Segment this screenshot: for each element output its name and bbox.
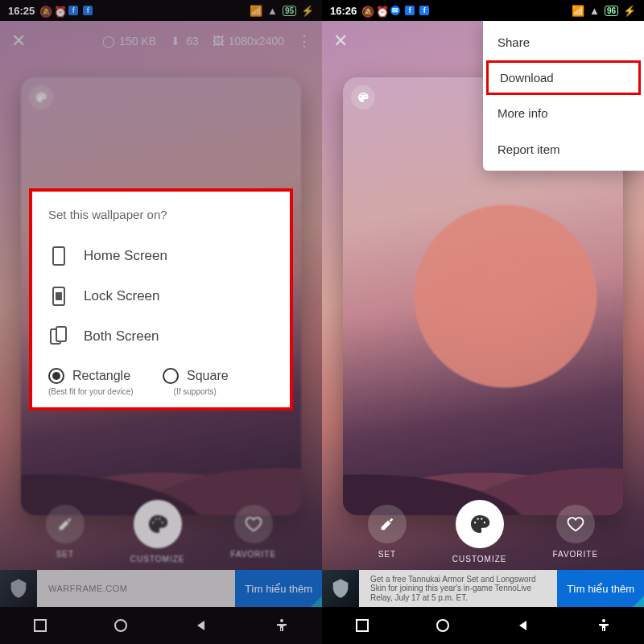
option-label: Home Screen: [84, 248, 167, 264]
lock-screen-icon: [50, 286, 68, 307]
nav-home-icon[interactable]: [434, 617, 452, 634]
set-button[interactable]: SET: [368, 505, 407, 559]
option-both-screen[interactable]: Both Screen: [48, 316, 274, 357]
android-navbar: [322, 607, 644, 644]
favorite-label: FAVORITE: [552, 550, 598, 559]
option-lock-screen[interactable]: Lock Screen: [48, 276, 274, 316]
customize-label: CUSTOMIZE: [452, 555, 507, 564]
svg-rect-5: [56, 293, 61, 299]
status-time: 16:26: [330, 5, 357, 17]
option-label: Lock Screen: [84, 288, 160, 304]
dnd-icon: 🔕: [361, 6, 371, 15]
hint-square: (If supports): [174, 387, 217, 396]
shape-square[interactable]: Square: [163, 368, 229, 384]
menu-item-download[interactable]: Download: [486, 60, 641, 95]
charging-icon: ⚡: [623, 5, 636, 17]
ad-banner[interactable]: Get a free Tannukai Armor Set and Longsw…: [322, 570, 644, 607]
svg-rect-8: [357, 620, 368, 631]
left-screenshot: 16:25 🔕 ⏰ f f 📶 ▲ 95 ⚡ ✕ ◯ 150 KB: [0, 0, 322, 644]
both-screen-icon: [50, 326, 68, 347]
hint-rectangle: (Best fit for your device): [48, 387, 134, 396]
highlight-box: Set this wallpaper on? Home Screen Lock …: [29, 188, 293, 411]
status-bar: 16:26 🔕 ⏰ ✉ f f 📶 ▲ 96 ⚡: [322, 0, 644, 21]
dialog-title: Set this wallpaper on?: [48, 208, 274, 221]
adchoices-icon[interactable]: [633, 596, 644, 607]
favorite-button[interactable]: FAVORITE: [552, 505, 598, 559]
battery-indicator: 96: [605, 6, 618, 16]
signal-icon: 📶: [572, 5, 584, 17]
menu-item-report[interactable]: Report item: [483, 131, 644, 167]
menu-item-more-info[interactable]: More info: [483, 95, 644, 131]
right-screenshot: 16:26 🔕 ⏰ ✉ f f 📶 ▲ 96 ⚡ ✕ ◯ 150 KB: [322, 0, 644, 644]
svg-rect-3: [53, 247, 64, 265]
customize-button[interactable]: CUSTOMIZE: [452, 500, 507, 564]
option-home-screen[interactable]: Home Screen: [48, 236, 274, 276]
bottom-actions: SET CUSTOMIZE FAVORITE: [322, 500, 644, 564]
radio-selected-icon: [48, 368, 64, 384]
overflow-menu: Share Download More info Report item: [483, 21, 644, 171]
svg-rect-7: [56, 327, 66, 341]
svg-point-9: [437, 620, 448, 631]
ad-logo-icon: [322, 570, 359, 607]
shape-label: Rectangle: [72, 369, 130, 383]
menu-item-share[interactable]: Share: [483, 24, 644, 60]
ad-cta-button[interactable]: Tìm hiểu thêm: [557, 570, 644, 607]
shape-rectangle[interactable]: Rectangle: [48, 368, 130, 384]
facebook-icon: f: [419, 6, 429, 15]
nav-back-icon[interactable]: [514, 617, 532, 634]
svg-point-10: [602, 619, 605, 622]
nav-accessibility-icon[interactable]: [595, 617, 613, 634]
alarm-icon: ⏰: [376, 6, 386, 15]
facebook-icon: f: [405, 6, 415, 15]
option-label: Both Screen: [84, 328, 159, 345]
messenger-icon: ✉: [390, 6, 400, 15]
set-label: SET: [378, 550, 396, 559]
shape-label: Square: [187, 369, 229, 383]
home-screen-icon: [50, 246, 68, 266]
close-icon[interactable]: ✕: [333, 31, 348, 52]
set-wallpaper-dialog: Set this wallpaper on? Home Screen Lock …: [32, 192, 290, 407]
palette-badge-icon[interactable]: [351, 85, 375, 109]
wifi-icon: ▲: [589, 5, 600, 17]
nav-recents-icon[interactable]: [353, 617, 371, 634]
radio-unselected-icon: [163, 368, 179, 384]
ad-text: Get a free Tannukai Armor Set and Longsw…: [365, 572, 551, 606]
